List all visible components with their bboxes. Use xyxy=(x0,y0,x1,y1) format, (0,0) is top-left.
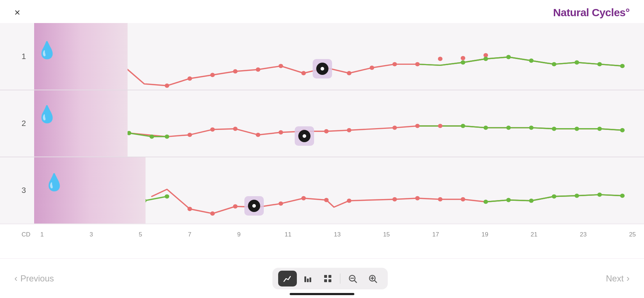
svg-point-48 xyxy=(529,126,534,130)
x-axis: CD 1 3 5 7 9 11 13 15 17 19 21 23 25 xyxy=(0,224,644,241)
svg-rect-78 xyxy=(304,276,306,282)
svg-point-70 xyxy=(461,197,465,202)
svg-point-22 xyxy=(529,58,534,63)
ovulation-marker-2 xyxy=(295,126,314,146)
svg-point-40 xyxy=(324,129,329,134)
svg-point-37 xyxy=(256,133,261,137)
svg-point-76 xyxy=(597,193,602,197)
svg-point-21 xyxy=(506,55,511,59)
svg-point-77 xyxy=(620,194,625,198)
svg-point-33 xyxy=(165,135,169,139)
svg-point-13 xyxy=(370,66,374,70)
svg-point-23 xyxy=(552,62,556,66)
next-button[interactable]: Next › xyxy=(606,273,630,284)
toolbar-separator xyxy=(340,274,340,284)
svg-point-26 xyxy=(620,64,625,68)
ovulation-dot-1 xyxy=(316,63,328,75)
svg-rect-82 xyxy=(328,275,331,278)
svg-point-41 xyxy=(347,128,351,132)
svg-point-32 xyxy=(150,135,154,139)
svg-point-60 xyxy=(210,211,215,216)
svg-point-8 xyxy=(256,67,261,72)
zoom-in-button[interactable] xyxy=(363,271,382,286)
svg-point-74 xyxy=(552,194,556,199)
previous-button[interactable]: ‹ Previous xyxy=(14,273,54,284)
svg-point-63 xyxy=(279,202,283,206)
ovulation-dot-3 xyxy=(248,200,260,212)
x-label-1: 1 xyxy=(38,231,46,238)
previous-label: Previous xyxy=(20,274,54,284)
svg-point-58 xyxy=(165,194,169,199)
bar-chart-button[interactable] xyxy=(298,271,317,286)
svg-point-5 xyxy=(188,76,192,81)
svg-point-75 xyxy=(575,194,579,198)
svg-rect-80 xyxy=(309,277,311,282)
line-chart-button[interactable] xyxy=(278,271,297,286)
svg-rect-83 xyxy=(324,279,327,282)
x-label-7: 7 xyxy=(185,231,194,238)
svg-point-4 xyxy=(165,83,169,88)
ovulation-dot-2 xyxy=(298,130,310,142)
svg-point-61 xyxy=(233,204,238,209)
svg-point-68 xyxy=(415,196,420,200)
x-axis-cd-label: CD xyxy=(22,231,31,238)
svg-point-17 xyxy=(461,56,465,60)
grid-chart-icon xyxy=(323,274,333,284)
svg-point-20 xyxy=(483,57,488,61)
svg-point-46 xyxy=(483,126,488,130)
zoom-out-icon xyxy=(348,274,358,284)
svg-point-45 xyxy=(461,124,465,128)
svg-point-66 xyxy=(347,199,351,203)
zoom-out-button[interactable] xyxy=(343,271,362,286)
svg-point-7 xyxy=(233,69,238,73)
svg-point-24 xyxy=(575,60,579,64)
svg-point-59 xyxy=(188,207,192,211)
svg-line-91 xyxy=(374,280,377,283)
prev-arrow-icon: ‹ xyxy=(14,273,18,284)
svg-rect-79 xyxy=(307,279,309,282)
svg-point-64 xyxy=(301,196,306,200)
chart-area: 1 💧 xyxy=(0,23,644,225)
line-chart-icon xyxy=(282,274,293,284)
svg-point-65 xyxy=(324,198,329,202)
svg-point-50 xyxy=(575,127,579,131)
svg-point-38 xyxy=(279,130,283,135)
svg-point-42 xyxy=(392,126,397,130)
svg-point-52 xyxy=(620,128,625,132)
svg-point-14 xyxy=(392,62,397,66)
x-label-19: 19 xyxy=(480,231,489,238)
next-label: Next xyxy=(606,274,624,284)
svg-point-34 xyxy=(188,133,192,137)
svg-point-16 xyxy=(438,57,443,61)
bar-chart-icon xyxy=(303,274,313,284)
close-button[interactable]: × xyxy=(14,8,20,18)
brand-logo: Natural Cycles° xyxy=(553,6,630,19)
svg-point-19 xyxy=(461,60,465,64)
x-label-15: 15 xyxy=(382,231,391,238)
row-number-3: 3 xyxy=(22,186,26,195)
svg-point-73 xyxy=(529,199,534,203)
svg-rect-84 xyxy=(328,279,331,282)
svg-point-25 xyxy=(597,62,602,66)
svg-rect-81 xyxy=(324,275,327,278)
svg-point-72 xyxy=(506,198,511,202)
drop-icon-2: 💧 xyxy=(37,104,57,123)
chart-row-2: 2 💧 xyxy=(0,90,644,157)
svg-point-44 xyxy=(438,124,443,128)
app-header: × Natural Cycles° xyxy=(0,0,644,23)
ovulation-marker-1 xyxy=(313,59,332,78)
svg-point-35 xyxy=(210,127,215,132)
svg-point-9 xyxy=(279,64,283,68)
svg-point-10 xyxy=(301,71,306,75)
x-label-13: 13 xyxy=(333,231,341,238)
x-label-23: 23 xyxy=(579,231,588,238)
zoom-in-icon xyxy=(368,274,378,284)
home-indicator xyxy=(290,293,354,295)
grid-chart-button[interactable] xyxy=(318,271,337,286)
chart-row-1: 1 💧 xyxy=(0,23,644,90)
x-label-3: 3 xyxy=(87,231,96,238)
svg-point-6 xyxy=(210,73,215,77)
x-axis-labels: 1 3 5 7 9 11 13 15 17 19 21 23 25 xyxy=(34,231,644,238)
x-label-5: 5 xyxy=(136,231,145,238)
drop-icon-3: 💧 xyxy=(44,172,64,192)
